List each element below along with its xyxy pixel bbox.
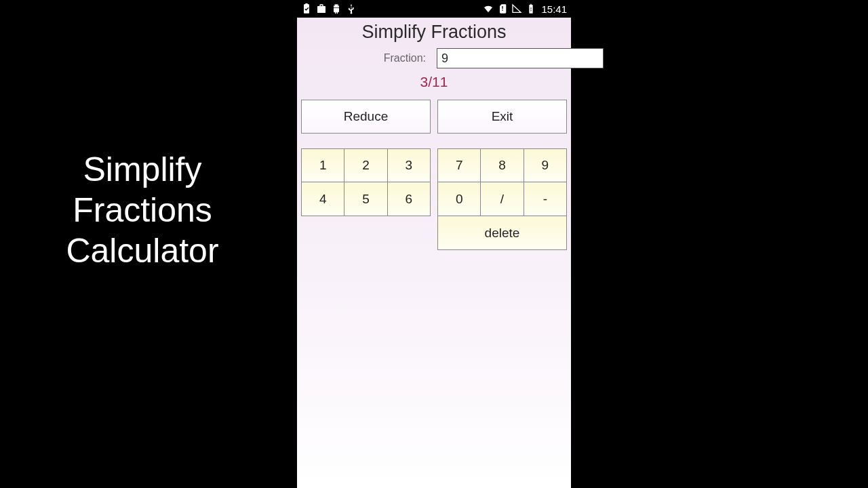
fraction-input-row: Fraction: (297, 48, 571, 68)
sim-alert-icon (497, 3, 508, 14)
store-icon (316, 3, 327, 14)
android-icon (331, 3, 342, 14)
reduce-button[interactable]: Reduce (301, 100, 431, 134)
key-4[interactable]: 4 (301, 182, 344, 216)
usb-icon (346, 3, 357, 14)
exit-button[interactable]: Exit (437, 100, 567, 134)
key-8[interactable]: 8 (481, 148, 524, 182)
keypad-left: 1 2 3 4 5 6 (301, 148, 431, 250)
key-5[interactable]: 5 (344, 182, 387, 216)
battery-charging-icon (526, 3, 536, 14)
key-2[interactable]: 2 (344, 148, 387, 182)
key-9[interactable]: 9 (524, 148, 567, 182)
overlay-caption: Simplify Fractions Calculator (41, 149, 244, 271)
app-title: Simplify Fractions (297, 18, 571, 48)
key-3[interactable]: 3 (388, 148, 431, 182)
keypad: 1 2 3 4 5 6 7 8 9 0 / - delete (297, 134, 571, 250)
key-1[interactable]: 1 (301, 148, 344, 182)
android-status-bar: 15:41 (297, 0, 571, 18)
key-minus[interactable]: - (524, 182, 567, 216)
key-delete[interactable]: delete (437, 216, 567, 250)
key-0[interactable]: 0 (437, 182, 481, 216)
wifi-icon (483, 3, 494, 14)
key-slash[interactable]: / (481, 182, 524, 216)
result-display: 3/11 (297, 68, 571, 100)
signal-icon (511, 3, 522, 14)
fraction-label: Fraction: (301, 52, 430, 64)
status-time: 15:41 (541, 3, 567, 15)
action-buttons: Reduce Exit (297, 100, 571, 134)
key-7[interactable]: 7 (437, 148, 481, 182)
clipboard-check-icon (301, 3, 312, 14)
fraction-input[interactable] (437, 48, 604, 68)
key-6[interactable]: 6 (388, 182, 431, 216)
phone-frame: 15:41 Simplify Fractions Fraction: 3/11 … (297, 0, 571, 488)
keypad-right: 7 8 9 0 / - delete (437, 148, 567, 250)
